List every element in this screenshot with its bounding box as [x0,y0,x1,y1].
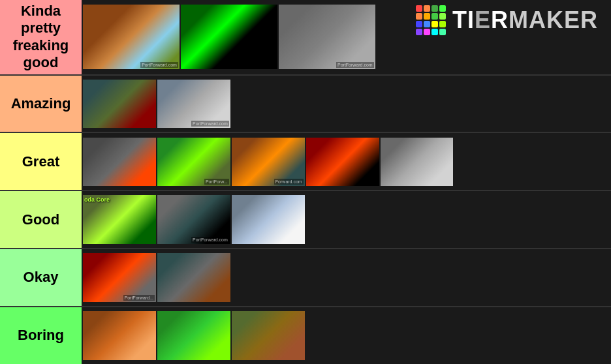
logo-dot [431,21,438,27]
logo-dot [416,29,422,35]
list-item [232,311,305,360]
list-item [306,138,379,187]
logo-dot [424,29,430,35]
logo-dot [439,21,446,27]
tier-row-boring: Boring [0,307,611,364]
logo-grid [416,5,446,35]
list-item [232,195,305,244]
tier-items-okay: PortForward... [82,249,611,306]
logo-dot [431,29,438,35]
tiermaker-logo: Tiermaker [416,5,598,35]
list-item: PortForward.com [157,195,230,244]
tier-items-amazing: PortForward.com [82,76,611,132]
logo-dot [439,5,446,12]
logo-dot [416,13,422,20]
logo-dot [439,13,446,20]
logo-dot [431,5,438,12]
tier-table: Tiermaker Kinda pretty freaking good Por… [0,0,611,364]
tier-label-good: Good [0,191,82,248]
logo-dot [424,13,430,20]
list-item: Forward.com [232,138,305,187]
logo-dot [416,21,422,27]
logo-text: Tiermaker [452,7,598,34]
list-item: PortForward... [83,253,156,302]
tier-label-okay: Okay [0,249,82,306]
tier-row-amazing: Amazing PortForward.com [0,76,611,134]
list-item: oda Core [83,195,156,244]
tier-label-amazing: Amazing [0,76,82,132]
list-item: PortForward.com [157,80,230,129]
list-item [381,138,454,187]
logo-dot [424,21,430,27]
list-item: PortForward.com [279,5,375,69]
tier-items-good: oda Core PortForward.com [82,191,611,248]
logo-dot [439,29,446,35]
tier-row-great: Great PortForw... Forward.com [0,133,611,191]
list-item: PortForward.com [83,5,180,69]
list-item [157,311,230,360]
tier-label-great: Great [0,133,82,190]
list-item [83,311,156,360]
logo-dot [424,5,430,12]
list-item [83,80,156,129]
tier-label-kinda: Kinda pretty freaking good [0,0,82,74]
logo-dot [431,13,438,20]
list-item [181,5,277,69]
logo-dot [416,5,422,12]
list-item [83,138,156,187]
tier-row-okay: Okay PortForward... [0,249,611,307]
tier-items-great: PortForw... Forward.com [82,133,611,190]
tier-label-boring: Boring [0,307,82,364]
list-item: PortForw... [157,138,230,187]
tier-items-boring [82,307,611,364]
list-item [157,253,230,302]
tier-row-good: Good oda Core PortForward.com [0,191,611,249]
